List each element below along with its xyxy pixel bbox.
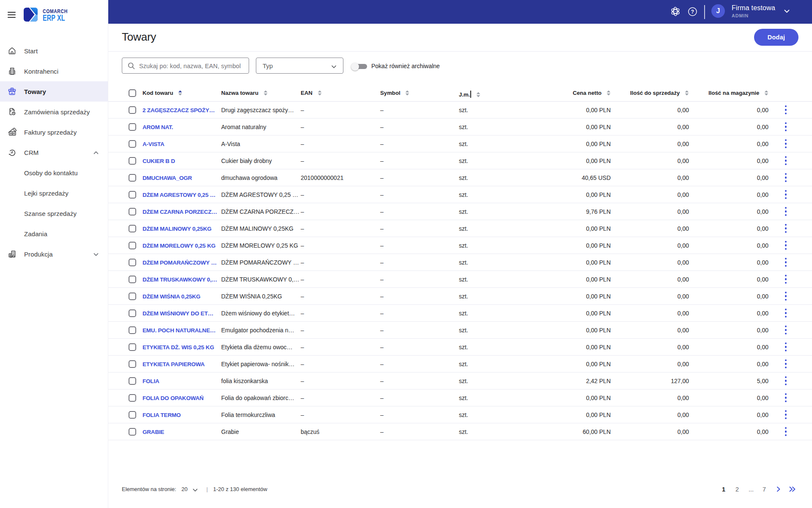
svg-text:?: ? bbox=[691, 9, 694, 15]
